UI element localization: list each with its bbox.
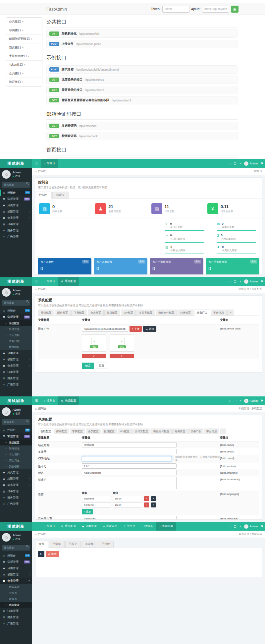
config-tab-微信支付配置[interactable]: 微信支付配置 xyxy=(156,310,177,316)
sidebar-item-常规管理[interactable]: ⚒常规管理new xyxy=(0,314,32,320)
announcement-icon[interactable]: ⚑ xyxy=(261,525,263,528)
api-sidebar-item[interactable]: 验证接口▾ xyxy=(6,78,42,86)
config-tab-+[interactable]: + xyxy=(220,429,226,434)
sidebar-item-常规管理[interactable]: ⚒常规管理new xyxy=(0,433,32,439)
sidebar-item-控制台[interactable]: ⌂控制台hot xyxy=(0,553,32,559)
upload-path-input[interactable] xyxy=(82,326,128,332)
save-button[interactable]: ▣ xyxy=(231,6,238,13)
sidebar-item-会员管理[interactable]: ▣会员管理‹ xyxy=(0,363,32,369)
sidebar-item-财务管理[interactable]: ¥财务管理 xyxy=(0,614,32,620)
pair-value-input[interactable] xyxy=(113,496,142,501)
sidebar-item-常规管理[interactable]: ⚒常规管理new xyxy=(0,559,32,565)
sidebar-item-会员管理[interactable]: ▣会员管理‹ xyxy=(0,482,32,488)
token-input[interactable] xyxy=(162,6,189,13)
api-sidebar-item[interactable]: Token接口▾ xyxy=(6,60,42,69)
fullscreen-icon[interactable]: ▢ xyxy=(234,280,237,283)
sidebar-subitem-附件管理[interactable]: ○附件管理 xyxy=(0,445,32,451)
menu-toggle-icon[interactable]: ☰ xyxy=(32,159,41,168)
sidebar-item-订单管理[interactable]: ▤订单管理 xyxy=(0,221,32,227)
api-sidebar-item[interactable]: 公共接口▾ xyxy=(6,18,42,26)
nav-tab[interactable]: ⌂控制台 xyxy=(41,522,58,531)
sidebar-item-分类管理[interactable]: ◆分类管理 xyxy=(0,202,32,208)
announcement-icon[interactable]: ⚑ xyxy=(261,162,263,165)
config-tab-平台信息[interactable]: 平台信息 xyxy=(211,310,227,316)
home-icon[interactable]: ⌂ xyxy=(229,525,231,528)
api-endpoint-row[interactable]: GET需要登录的接口/api/demo/test2 xyxy=(46,86,238,94)
api-endpoint-row[interactable]: GET加载初始化/api/common/init xyxy=(46,29,238,38)
config-tab-+[interactable]: + xyxy=(227,310,234,316)
field-input[interactable] xyxy=(82,442,177,447)
status-tab-已审核[interactable]: 已审核 xyxy=(49,541,65,548)
sidebar-item-会员管理[interactable]: ▣会员管理▾ xyxy=(0,578,32,584)
config-tab-提现配置[interactable]: 提现配置 xyxy=(102,429,117,434)
sidebar-item-权限管理[interactable]: ♟权限管理‹ xyxy=(0,208,32,215)
nav-user[interactable]: ☺Admin xyxy=(244,279,258,284)
sidebar-subitem-业务员[interactable]: ○业务员 xyxy=(0,590,32,596)
sidebar-subitem-资金日志[interactable]: ○资金日志 xyxy=(0,338,32,344)
nav-user[interactable]: ☺Admin xyxy=(244,399,258,403)
close-icon[interactable]: × xyxy=(239,525,241,528)
config-tab-设备广告[interactable]: 设备广告 xyxy=(194,310,210,316)
nav-tab[interactable]: ◆分类管理 xyxy=(79,522,100,531)
delete-attachment-button[interactable]: ✗ xyxy=(110,354,134,358)
sidebar-item-分类管理[interactable]: ◆分类管理 xyxy=(0,469,32,476)
nav-tab[interactable]: ⌂控制台 xyxy=(41,159,58,168)
field-input[interactable] xyxy=(82,470,177,475)
status-tab-全部[interactable]: 全部 xyxy=(35,541,48,548)
add-pair-button[interactable]: + xyxy=(151,496,156,501)
sidebar-item-会员管理[interactable]: ▣会员管理‹ xyxy=(0,215,32,221)
field-input[interactable] xyxy=(82,516,177,520)
config-tab-会员配置[interactable]: 会员配置 xyxy=(88,310,104,316)
api-endpoint-row[interactable]: POST上传文件/api/common/upload xyxy=(46,40,238,48)
field-input[interactable] xyxy=(82,456,172,461)
sidebar-subitem-系统配置[interactable]: ○系统配置 xyxy=(0,439,32,445)
close-icon[interactable]: × xyxy=(239,162,241,165)
pair-key-input[interactable] xyxy=(82,496,111,501)
append-button[interactable]: +追加 xyxy=(82,509,93,514)
field-input[interactable] xyxy=(82,449,177,454)
api-endpoint-row[interactable]: GET检测验证码/api/ems/check xyxy=(46,132,238,140)
config-tab-支付宝配置[interactable]: 支付宝配置 xyxy=(132,429,150,434)
sidebar-subitem-我的模板[interactable]: ○我的模板 xyxy=(0,344,32,350)
sidebar-subitem-商家会员[interactable]: ○商家会员 xyxy=(0,584,32,590)
config-tab-微信支付配置[interactable]: 微信支付配置 xyxy=(151,429,172,434)
api-sidebar-item[interactable]: 示例接口▾ xyxy=(6,26,42,34)
config-tab-会员配置[interactable]: 会员配置 xyxy=(86,429,101,434)
config-tab-分佣设置[interactable]: 分佣设置 xyxy=(172,429,187,434)
config-tab-支付宝配置[interactable]: 支付宝配置 xyxy=(136,310,155,316)
config-tab-邮件配置[interactable]: 邮件配置 xyxy=(54,429,69,434)
menu-toggle-icon[interactable]: ☰ xyxy=(32,396,41,405)
config-tab-基础配置[interactable]: 基础配置 xyxy=(38,310,54,316)
pair-value-input[interactable] xyxy=(113,502,142,507)
sidebar-subitem-系统配置[interactable]: ○系统配置 xyxy=(0,320,32,326)
sidebar-item-分类管理[interactable]: ◆分类管理 xyxy=(0,565,32,571)
sidebar-item-财务管理[interactable]: ¥财务管理 xyxy=(0,495,32,501)
upload-button[interactable]: ↑上传 xyxy=(130,326,142,332)
config-tab-ISV配置[interactable]: ISV配置 xyxy=(121,310,136,316)
home-icon[interactable]: ⌂ xyxy=(229,280,231,283)
config-tab-ISV配置[interactable]: ISV配置 xyxy=(118,429,132,434)
api-sidebar-item[interactable]: 会员接口▾ xyxy=(6,69,42,78)
nav-tab[interactable]: ⚙系统配置 xyxy=(58,522,79,531)
sidebar-item-分类管理[interactable]: ◆分类管理 xyxy=(0,350,32,356)
attachment-preview[interactable]: ▲PNG xyxy=(82,334,106,352)
tab-自定义[interactable]: 自定义 xyxy=(52,192,69,199)
status-tab-未审核[interactable]: 未审核 xyxy=(81,541,97,548)
sidebar-item-控制台[interactable]: ⌂控制台hot xyxy=(0,190,32,196)
api-endpoint-row[interactable]: GET发送验证码/api/ems/send xyxy=(46,122,238,130)
sidebar-item-控制台[interactable]: ⌂控制台hot xyxy=(0,427,32,433)
delete-button[interactable]: ✗删除 xyxy=(46,551,59,557)
sidebar-item-财务管理[interactable]: ¥财务管理 xyxy=(0,375,32,381)
sidebar-subitem-商家申请[interactable]: ○商家申请 xyxy=(0,602,32,608)
nav-tab[interactable]: ⚙系统配置 xyxy=(58,277,79,286)
config-tab-邮件配置[interactable]: 邮件配置 xyxy=(55,310,71,316)
nav-user[interactable]: ☺Admin xyxy=(244,524,258,529)
api-sidebar-item[interactable]: 邮箱验证码接口▾ xyxy=(6,34,42,43)
announcement-icon[interactable]: ⚑ xyxy=(261,399,263,402)
sidebar-item-权限管理[interactable]: ♟权限管理‹ xyxy=(0,476,32,482)
status-tab-已提交[interactable]: 已提交 xyxy=(65,541,81,548)
config-tab-基础配置[interactable]: 基础配置 xyxy=(38,429,53,434)
sidebar-item-权限管理[interactable]: ♟权限管理‹ xyxy=(0,356,32,363)
status-tab-已拒绝[interactable]: 已拒绝 xyxy=(98,541,114,548)
refresh-button[interactable]: ↻ xyxy=(38,551,44,557)
